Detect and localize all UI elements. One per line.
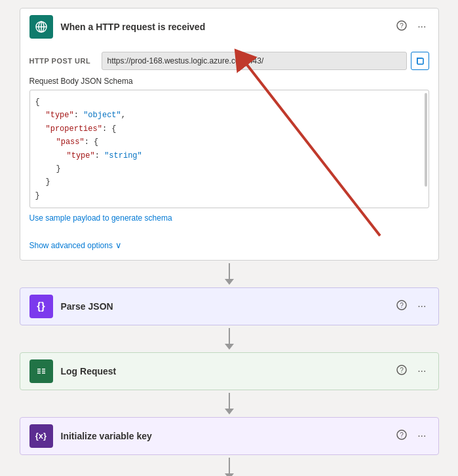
http-card-title: When a HTTP request is received [61, 22, 394, 32]
copy-url-button[interactable] [411, 52, 429, 70]
url-field-row: HTTP POST URL [29, 52, 429, 70]
http-card-header: When a HTTP request is received ? ··· [20, 9, 438, 45]
parse-json-card: {} Parse JSON ? ··· [20, 287, 439, 325]
http-card-body: HTTP POST URL Request Body JSON Schema [20, 45, 438, 260]
http-help-button[interactable]: ? [394, 19, 410, 35]
url-input[interactable] [102, 52, 407, 70]
connector-2 [225, 325, 234, 352]
chevron-down-icon: ∨ [115, 240, 122, 250]
http-card-icon [29, 15, 53, 39]
url-field-label: HTTP POST URL [29, 57, 102, 65]
svg-text:?: ? [400, 302, 404, 309]
svg-rect-14 [37, 373, 41, 374]
init-variable-key-more-button[interactable]: ··· [415, 429, 429, 443]
json-editor[interactable]: { "type": "object", "properties": { "pas… [29, 90, 429, 208]
init-variable-key-help-button[interactable]: ? [394, 428, 410, 444]
schema-label: Request Body JSON Schema [29, 77, 429, 86]
svg-rect-12 [37, 371, 41, 372]
sample-payload-link[interactable]: Use sample payload to generate schema [29, 213, 172, 223]
url-field-container [102, 52, 429, 70]
advanced-options-label: Show advanced options [29, 241, 113, 250]
log-request-title: Log Request [61, 366, 394, 376]
log-request-icon [29, 359, 53, 383]
log-request-more-button[interactable]: ··· [415, 364, 429, 378]
http-card-actions: ? ··· [394, 19, 429, 35]
init-variable-key-title: Initialize variable key [61, 431, 394, 441]
svg-rect-6 [417, 58, 423, 64]
parse-json-icon: {} [29, 295, 53, 318]
svg-rect-10 [37, 369, 41, 370]
log-request-help-button[interactable]: ? [394, 363, 410, 379]
log-request-card: Log Request ? ··· [20, 352, 439, 390]
svg-text:?: ? [400, 431, 404, 439]
parse-json-more-button[interactable]: ··· [415, 299, 429, 314]
more-dots-icon: ··· [417, 21, 426, 32]
init-variable-key-actions: ? ··· [394, 428, 429, 444]
init-variable-key-header: {x} Initialize variable key ? ··· [20, 418, 438, 454]
parse-json-title: Parse JSON [61, 301, 394, 312]
advanced-options-toggle[interactable]: Show advanced options ∨ [29, 240, 122, 250]
svg-rect-15 [42, 373, 45, 374]
svg-rect-11 [42, 369, 45, 370]
connector-4 [225, 455, 234, 476]
svg-text:?: ? [400, 367, 404, 374]
parse-json-help-button[interactable]: ? [394, 299, 410, 314]
log-request-actions: ? ··· [394, 363, 429, 379]
http-more-button[interactable]: ··· [415, 20, 429, 34]
parse-json-actions: ? ··· [394, 299, 429, 314]
svg-rect-9 [35, 365, 47, 377]
connector-1 [225, 261, 234, 287]
svg-rect-13 [42, 371, 45, 372]
init-variable-key-card: {x} Initialize variable key ? ··· [20, 417, 439, 455]
log-request-header: Log Request ? ··· [20, 353, 438, 390]
http-request-card: When a HTTP request is received ? ··· [20, 8, 439, 261]
init-variable-key-icon: {x} [29, 424, 53, 448]
parse-json-header: {} Parse JSON ? ··· [20, 288, 438, 325]
connector-3 [225, 390, 234, 417]
svg-text:?: ? [400, 22, 404, 29]
